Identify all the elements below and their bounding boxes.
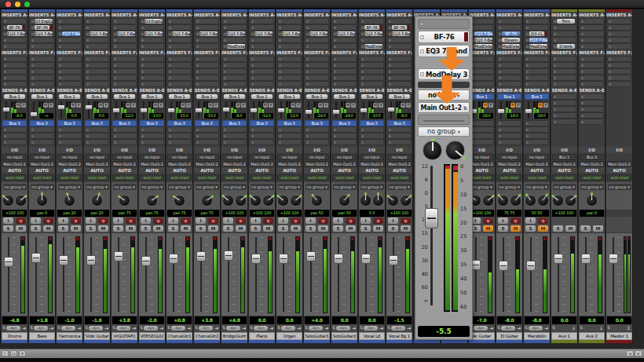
output-selector[interactable]: Main Out1-2 (525, 161, 549, 167)
mute-button[interactable]: M (236, 225, 246, 232)
send-mute-button[interactable]: M (126, 103, 130, 108)
input-monitor-button[interactable]: I (360, 218, 371, 224)
send-slot[interactable] (195, 139, 219, 145)
output-selector[interactable]: Main Out1-2 (112, 161, 137, 167)
group-selector[interactable]: no group ▾ (168, 184, 192, 190)
solo-button[interactable]: S (388, 225, 398, 232)
send-bus-button[interactable]: Bus 1 (4, 94, 25, 99)
insert-slot[interactable] (222, 62, 247, 68)
mute-button[interactable]: M (126, 225, 136, 232)
send-fader-handle[interactable] (498, 109, 504, 113)
insert-slot[interactable] (552, 56, 576, 62)
send-slot[interactable] (250, 139, 274, 145)
send-slot[interactable] (470, 126, 494, 133)
track-name[interactable]: Aux 2 (579, 332, 605, 340)
automation-mode-selector[interactable]: auto read (332, 174, 357, 181)
send-slot[interactable]: Bus 1 (250, 93, 274, 100)
output-selector[interactable]: Main Out1-2 (222, 161, 247, 167)
input-selector[interactable]: no input (140, 154, 164, 160)
dyn-button[interactable]: dyn (336, 326, 350, 331)
send-slot[interactable] (552, 93, 576, 100)
mute-button[interactable]: M (565, 225, 576, 232)
insert-plugin-button[interactable]: ModDelay 3 (474, 44, 492, 49)
send-pre-button[interactable]: P (21, 103, 26, 108)
input-selector[interactable]: no input (30, 154, 54, 160)
record-enable-button[interactable] (483, 218, 493, 224)
output-selector[interactable]: Main Out1-2 (305, 161, 329, 167)
mute-button[interactable]: M (71, 225, 81, 232)
send-slot[interactable] (497, 139, 521, 145)
automation-mode-selector[interactable]: auto read (140, 174, 164, 181)
send-slot[interactable] (277, 133, 302, 139)
send-slot[interactable] (112, 133, 137, 139)
send-slot[interactable] (85, 126, 109, 133)
insert-plugin-button[interactable]: D-Verb (557, 44, 575, 49)
insert-slot[interactable] (470, 68, 494, 75)
record-enable-button[interactable] (291, 218, 301, 224)
send-slot[interactable]: Bus 1 (195, 93, 219, 100)
send-bus-button[interactable]: Bus 3 (114, 121, 135, 126)
insert-plugin-button[interactable]: ModDelay 3 (364, 44, 382, 49)
automation-mode-selector[interactable]: auto read (525, 174, 549, 181)
send-slot[interactable]: Bus 1 (497, 93, 521, 100)
send-slot[interactable] (140, 126, 164, 133)
insert-slot[interactable] (387, 18, 412, 24)
track-name[interactable]: Organ (276, 332, 302, 340)
dyn-button[interactable]: dyn (501, 326, 515, 331)
fader-handle[interactable] (526, 261, 536, 271)
send-pre-button[interactable]: P (324, 103, 328, 108)
insert-slot[interactable] (580, 31, 604, 37)
solo-button[interactable]: S (333, 225, 343, 232)
insert-slot[interactable] (305, 75, 329, 81)
insert-plugin-button[interactable]: EQ3 7-Band (474, 38, 492, 42)
send-mute-button[interactable]: M (291, 103, 295, 108)
send-slot[interactable] (195, 126, 219, 133)
insert-plugin-button[interactable]: EQ3 7-Band (145, 31, 163, 36)
input-selector[interactable]: no input (305, 154, 329, 160)
send-slot[interactable] (195, 133, 219, 139)
send-fader-handle[interactable] (333, 110, 339, 114)
insert-slot[interactable] (85, 75, 109, 81)
send-slot[interactable] (360, 126, 384, 133)
send-slot[interactable]: Bus 1 (387, 93, 412, 100)
send-mute-button[interactable]: M (483, 103, 488, 108)
send-slot[interactable]: Bus 1 (470, 93, 494, 100)
send-fader-handle[interactable] (168, 108, 174, 112)
insert-slot[interactable] (360, 75, 384, 81)
insert-slot[interactable] (332, 56, 357, 62)
send-slot[interactable]: Bus 1 (222, 93, 247, 100)
insert-slot[interactable] (85, 62, 109, 68)
send-fader-handle[interactable] (525, 109, 532, 113)
send-slot[interactable]: Bus 3 (57, 120, 82, 126)
send-slot[interactable] (497, 133, 521, 139)
fader-handle[interactable] (59, 255, 68, 265)
record-enable-button[interactable] (71, 218, 81, 224)
input-selector[interactable]: no input (360, 154, 384, 160)
insert-slot[interactable]: EQ3 7-Band (470, 31, 494, 37)
insert-slot[interactable]: BF-76 (497, 31, 521, 37)
insert-slot[interactable] (470, 75, 494, 81)
group-selector[interactable]: no group ▾ (58, 184, 82, 190)
dyn-button[interactable]: dyn (474, 326, 488, 331)
insert-slot[interactable] (140, 37, 164, 43)
insert-plugin-button[interactable]: D3 CL (529, 31, 544, 36)
dyn-button[interactable]: dyn (116, 326, 130, 331)
send-slot[interactable] (580, 119, 604, 125)
input-selector[interactable]: no input (195, 154, 219, 160)
input-selector[interactable]: no input (57, 154, 82, 160)
mute-button[interactable]: M (401, 225, 411, 232)
dyn-button[interactable]: dyn (144, 326, 158, 331)
group-selector[interactable]: no group ▾ (470, 184, 494, 190)
insert-slot[interactable] (195, 81, 219, 87)
send-pre-button[interactable]: P (241, 103, 246, 108)
insert-plugin-button[interactable]: D3 ExpGate (35, 19, 53, 24)
insert-slot[interactable] (222, 24, 247, 31)
mute-button[interactable]: M (98, 225, 108, 232)
group-selector[interactable]: no group ▾ (278, 184, 302, 190)
insert-slot[interactable] (360, 37, 384, 43)
fader-handle[interactable] (425, 208, 438, 229)
insert-slot[interactable] (277, 43, 302, 49)
automation-mode-selector[interactable]: auto read (387, 174, 412, 181)
mute-button[interactable]: M (318, 225, 328, 232)
send-mute-button[interactable]: M (401, 103, 405, 108)
